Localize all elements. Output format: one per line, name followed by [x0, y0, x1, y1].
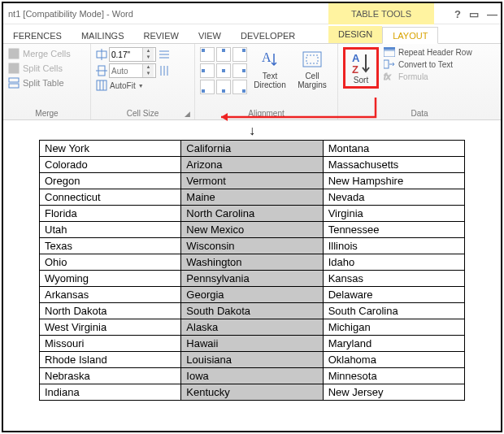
- table-row[interactable]: ArkansasGeorgiaDelaware: [40, 287, 465, 303]
- align-mid-right[interactable]: [232, 63, 247, 78]
- table-cell[interactable]: Kansas: [323, 271, 464, 287]
- tab-mailings[interactable]: MAILINGS: [72, 28, 134, 43]
- align-bot-left[interactable]: [200, 80, 215, 94]
- text-direction-button[interactable]: A Text Direction: [250, 47, 289, 94]
- table-cell[interactable]: Delaware: [323, 287, 464, 303]
- table-cell[interactable]: New Jersey: [323, 384, 464, 401]
- table-row[interactable]: ColoradoArizonaMassachusetts: [40, 157, 465, 173]
- table-cell[interactable]: North Carolina: [181, 206, 323, 222]
- table-cell[interactable]: North Dakota: [40, 303, 181, 319]
- distribute-cols-button[interactable]: [158, 64, 171, 77]
- tab-design[interactable]: DESIGN: [328, 26, 382, 43]
- table-cell[interactable]: Indiana: [40, 384, 181, 401]
- table-cell[interactable]: New York: [40, 141, 181, 157]
- table-cell[interactable]: Maine: [181, 189, 323, 206]
- states-table[interactable]: New YorkCaliforniaMontanaColoradoArizona…: [39, 140, 465, 401]
- table-cell[interactable]: Wyoming: [40, 271, 181, 287]
- table-cell[interactable]: Arizona: [181, 157, 323, 173]
- table-cell[interactable]: Pennsylvania: [181, 271, 323, 287]
- align-mid-left[interactable]: [200, 63, 215, 78]
- table-cell[interactable]: Oregon: [40, 173, 181, 189]
- minimize-button[interactable]: —: [487, 8, 497, 20]
- restore-button[interactable]: ▭: [469, 8, 479, 20]
- align-mid-center[interactable]: [216, 63, 231, 78]
- col-width-input[interactable]: ▲▼: [109, 63, 156, 78]
- table-cell[interactable]: Nebraska: [40, 368, 181, 384]
- table-row[interactable]: Rhode IslandLouisianaOklahoma: [40, 352, 465, 368]
- table-row[interactable]: NebraskaIowaMinnesota: [40, 368, 465, 384]
- table-cell[interactable]: Louisiana: [181, 352, 323, 368]
- table-row[interactable]: OregonVermontNew Hampshire: [40, 173, 465, 189]
- table-cell[interactable]: Minnesota: [323, 368, 464, 384]
- table-cell[interactable]: South Carolina: [323, 303, 464, 319]
- table-cell[interactable]: Florida: [40, 206, 181, 222]
- table-row[interactable]: TexasWisconsinIllinois: [40, 238, 465, 254]
- table-cell[interactable]: Idaho: [323, 254, 464, 271]
- table-cell[interactable]: Oklahoma: [323, 352, 464, 368]
- table-cell[interactable]: Arkansas: [40, 287, 181, 303]
- table-cell[interactable]: Michigan: [323, 319, 464, 336]
- col-width-down[interactable]: ▼: [143, 71, 154, 77]
- table-cell[interactable]: Wisconsin: [181, 238, 323, 254]
- align-top-right[interactable]: [232, 47, 247, 62]
- table-cell[interactable]: Texas: [40, 238, 181, 254]
- table-cell[interactable]: Connecticut: [40, 189, 181, 206]
- table-cell[interactable]: Kentucky: [181, 384, 323, 401]
- table-cell[interactable]: Montana: [323, 141, 464, 157]
- formula-button[interactable]: fx Formula: [384, 72, 472, 81]
- table-cell[interactable]: Iowa: [181, 368, 323, 384]
- table-cell[interactable]: Georgia: [181, 287, 323, 303]
- table-cell[interactable]: Maryland: [323, 336, 464, 352]
- row-height-input[interactable]: ▲▼: [109, 47, 156, 62]
- table-cell[interactable]: Washington: [181, 254, 323, 271]
- table-cell[interactable]: Utah: [40, 222, 181, 238]
- table-row[interactable]: WyomingPennsylvaniaKansas: [40, 271, 465, 287]
- table-cell[interactable]: California: [181, 141, 323, 157]
- align-top-left[interactable]: [200, 47, 215, 62]
- table-row[interactable]: UtahNew MexicoTennessee: [40, 222, 465, 238]
- autofit-button[interactable]: AutoFit ▼: [96, 80, 171, 91]
- table-row[interactable]: FloridaNorth CarolinaVirginia: [40, 206, 465, 222]
- table-cell[interactable]: Virginia: [323, 206, 464, 222]
- help-button[interactable]: ?: [454, 8, 461, 20]
- table-row[interactable]: North DakotaSouth DakotaSouth Carolina: [40, 303, 465, 319]
- row-height-down[interactable]: ▼: [143, 54, 154, 61]
- table-cell[interactable]: Colorado: [40, 157, 181, 173]
- row-height-field[interactable]: [110, 50, 142, 60]
- table-row[interactable]: West VirginiaAlaskaMichigan: [40, 319, 465, 336]
- convert-to-text-button[interactable]: Convert to Text: [384, 59, 472, 69]
- table-row[interactable]: IndianaKentuckyNew Jersey: [40, 384, 465, 401]
- table-cell[interactable]: New Mexico: [181, 222, 323, 238]
- table-cell[interactable]: Vermont: [181, 173, 323, 189]
- table-cell[interactable]: Massachusetts: [323, 157, 464, 173]
- cell-margins-button[interactable]: Cell Margins: [293, 47, 332, 94]
- tab-references[interactable]: FERENCES: [3, 28, 72, 43]
- table-row[interactable]: OhioWashingtonIdaho: [40, 254, 465, 271]
- col-width-field[interactable]: [110, 66, 142, 76]
- tab-view[interactable]: VIEW: [189, 28, 231, 43]
- table-row[interactable]: ConnecticutMaineNevada: [40, 189, 465, 206]
- table-cell[interactable]: West Virginia: [40, 319, 181, 336]
- document-area[interactable]: ↓ New YorkCaliforniaMontanaColoradoArizo…: [3, 120, 501, 409]
- merge-cells-button[interactable]: Merge Cells: [8, 47, 85, 60]
- table-cell[interactable]: Illinois: [323, 238, 464, 254]
- table-cell[interactable]: Ohio: [40, 254, 181, 271]
- split-cells-button[interactable]: Split Cells: [8, 62, 85, 75]
- table-cell[interactable]: Nevada: [323, 189, 464, 206]
- table-cell[interactable]: Tennessee: [323, 222, 464, 238]
- sort-button[interactable]: A Z Sort: [343, 47, 379, 89]
- row-height-up[interactable]: ▲: [143, 48, 154, 54]
- table-cell[interactable]: Missouri: [40, 336, 181, 352]
- table-cell[interactable]: Alaska: [181, 319, 323, 336]
- split-table-button[interactable]: Split Table: [8, 76, 85, 89]
- table-row[interactable]: New YorkCaliforniaMontana: [40, 141, 465, 157]
- tab-review[interactable]: REVIEW: [133, 28, 188, 43]
- align-bot-center[interactable]: [216, 80, 231, 94]
- table-cell[interactable]: New Hampshire: [323, 173, 464, 189]
- table-cell[interactable]: South Dakota: [181, 303, 323, 319]
- col-width-up[interactable]: ▲: [143, 64, 154, 71]
- align-top-center[interactable]: [216, 47, 231, 62]
- tab-developer[interactable]: DEVELOPER: [231, 28, 305, 43]
- tab-layout[interactable]: LAYOUT: [382, 27, 438, 44]
- distribute-rows-button[interactable]: [158, 48, 171, 61]
